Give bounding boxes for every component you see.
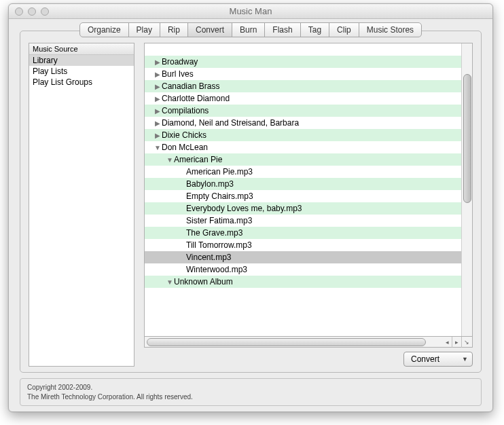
tree-row[interactable]: The Grave.mp3 [145, 227, 461, 239]
tab-music-stores[interactable]: Music Stores [359, 23, 421, 37]
tree-row[interactable]: Sister Fatima.mp3 [145, 215, 461, 227]
content-box: Music Source LibraryPlay ListsPlay List … [20, 31, 482, 373]
tree-row-label: Vincent.mp3 [186, 253, 232, 262]
convert-button-label: Convert [411, 354, 439, 364]
tree-wrap: ▶Broadway▶Burl Ives▶Canadian Brass▶Charl… [144, 43, 473, 337]
horizontal-scrollbar[interactable]: ◂ ▸ ↘ [144, 337, 473, 348]
vertical-scroll-thumb[interactable] [463, 74, 471, 203]
tree-row[interactable]: ▶Canadian Brass [145, 80, 461, 92]
vertical-scrollbar[interactable] [461, 43, 472, 336]
tree-row[interactable]: Winterwood.mp3 [145, 263, 461, 276]
tab-play[interactable]: Play [129, 23, 160, 37]
tree-row[interactable]: Babylon.mp3 [145, 178, 461, 190]
tree-row[interactable]: American Pie.mp3 [145, 166, 461, 178]
disclosure-right-icon[interactable]: ▶ [154, 117, 161, 129]
disclosure-down-icon[interactable]: ▼ [166, 154, 173, 166]
disclosure-right-icon[interactable]: ▶ [154, 93, 161, 105]
tab-burn[interactable]: Burn [232, 23, 265, 37]
tree-panel: ▶Broadway▶Burl Ives▶Canadian Brass▶Charl… [144, 43, 473, 367]
disclosure-right-icon[interactable]: ▶ [154, 56, 161, 68]
window-title: Music Man [9, 6, 492, 16]
tree-row-label: American Pie [174, 155, 222, 164]
tabbar: OrganizePlayRipConvertBurnFlashTagClipMu… [20, 22, 482, 37]
tree-row[interactable]: ▶Charlotte Diamond [145, 92, 461, 105]
tree-row[interactable]: Vincent.mp3 [145, 251, 461, 263]
tree-row-label: American Pie.mp3 [186, 167, 253, 177]
scroll-arrows: ◂ ▸ ↘ [442, 337, 471, 348]
tree-row[interactable]: ▶Dixie Chicks [145, 129, 461, 141]
disclosure-down-icon[interactable]: ▼ [166, 276, 173, 288]
disclosure-right-icon[interactable]: ▶ [154, 105, 161, 117]
tree-row-label: The Grave.mp3 [186, 228, 242, 238]
window-body: OrganizePlayRipConvertBurnFlashTagClipMu… [9, 19, 492, 411]
tree-row-label: Unknown Album [174, 277, 233, 287]
tree-row[interactable]: ▼Don McLean [145, 141, 461, 153]
tree-row-label: Babylon.mp3 [186, 179, 234, 189]
tree-row[interactable]: ▶Broadway [145, 56, 461, 68]
sidebar-item-play-lists[interactable]: Play Lists [29, 66, 134, 77]
resize-grip-icon[interactable]: ↘ [461, 337, 471, 348]
tree-row[interactable]: Till Tomorrow.mp3 [145, 239, 461, 251]
tab-flash[interactable]: Flash [265, 23, 300, 37]
copyright-line2: The Mireth Technology Corporation. All r… [27, 392, 474, 402]
tree-row[interactable]: ▶Diamond, Neil and Streisand, Barbara [145, 117, 461, 129]
disclosure-right-icon[interactable]: ▶ [154, 130, 161, 141]
disclosure-right-icon[interactable]: ▶ [154, 81, 161, 92]
tab-organize[interactable]: Organize [80, 23, 129, 37]
tab-segment: OrganizePlayRipConvertBurnFlashTagClipMu… [79, 22, 422, 37]
tab-convert[interactable]: Convert [188, 23, 232, 37]
tree-row[interactable]: ▼American Pie [145, 153, 461, 166]
tree-row[interactable]: ▼Unknown Album [145, 276, 461, 288]
tree-row-label: Burl Ives [162, 69, 194, 79]
sidebar-item-library[interactable]: Library [29, 55, 134, 66]
tree-row[interactable] [145, 43, 461, 56]
tree-row[interactable]: Everybody Loves me, baby.mp3 [145, 202, 461, 215]
convert-button[interactable]: Convert ▼ [403, 352, 473, 367]
split-pane: Music Source LibraryPlay ListsPlay List … [29, 43, 473, 367]
tree-row-label: Compilations [162, 106, 209, 115]
tree-row-label: Everybody Loves me, baby.mp3 [186, 204, 302, 213]
titlebar: Music Man [9, 4, 492, 19]
footer: Copyright 2002-2009. The Mireth Technolo… [20, 378, 482, 406]
tree-row-label: Broadway [162, 57, 198, 67]
tree-row-label: Till Tomorrow.mp3 [186, 240, 252, 250]
sidebar-item-play-list-groups[interactable]: Play List Groups [29, 77, 134, 88]
action-row: Convert ▼ [144, 352, 473, 367]
tree-row[interactable]: ▶Compilations [145, 105, 461, 117]
tree-row-label: Sister Fatima.mp3 [186, 216, 252, 225]
scroll-left-icon[interactable]: ◂ [442, 339, 452, 346]
tree-row-label: Charlotte Diamond [162, 94, 230, 103]
disclosure-down-icon[interactable]: ▼ [154, 142, 161, 153]
copyright-line1: Copyright 2002-2009. [27, 383, 474, 392]
tree-row-label: Empty Chairs.mp3 [186, 191, 253, 201]
tree[interactable]: ▶Broadway▶Burl Ives▶Canadian Brass▶Charl… [145, 43, 461, 336]
tab-tag[interactable]: Tag [301, 23, 329, 37]
scroll-right-icon[interactable]: ▸ [452, 337, 461, 348]
tab-rip[interactable]: Rip [160, 23, 188, 37]
tree-row-label: Don McLean [162, 143, 208, 152]
chevron-down-icon: ▼ [462, 356, 468, 363]
tree-row-label: Diamond, Neil and Streisand, Barbara [162, 118, 299, 128]
tree-row[interactable]: ▶Burl Ives [145, 68, 461, 80]
tab-clip[interactable]: Clip [329, 23, 359, 37]
horizontal-scroll-thumb[interactable] [147, 338, 426, 346]
sidebar-header: Music Source [29, 43, 134, 55]
window: Music Man OrganizePlayRipConvertBurnFlas… [8, 3, 493, 412]
sidebar: Music Source LibraryPlay ListsPlay List … [29, 43, 134, 367]
tree-row-label: Canadian Brass [162, 81, 219, 91]
disclosure-right-icon[interactable]: ▶ [154, 69, 161, 80]
tree-row[interactable]: Empty Chairs.mp3 [145, 190, 461, 202]
tree-row-label: Winterwood.mp3 [186, 265, 247, 274]
tree-row-label: Dixie Chicks [162, 130, 206, 140]
